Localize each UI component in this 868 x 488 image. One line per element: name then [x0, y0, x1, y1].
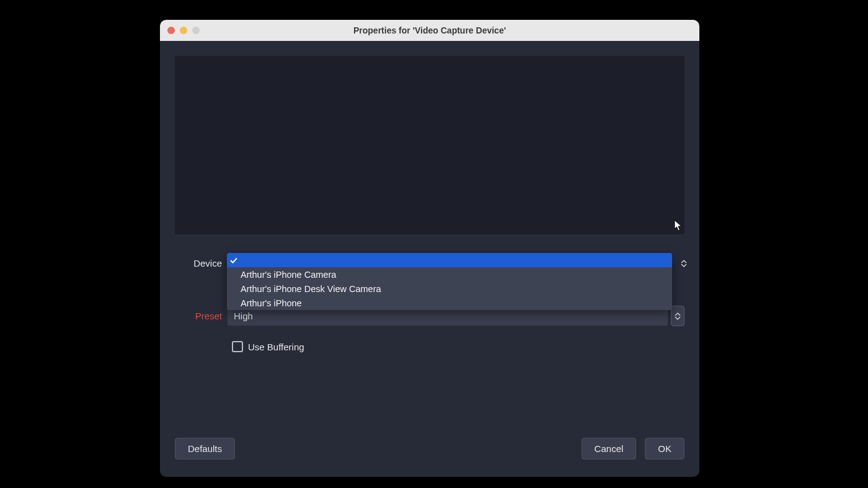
ok-button[interactable]: OK: [645, 438, 684, 459]
titlebar: Properties for 'Video Capture Device': [160, 20, 699, 41]
preset-value: High: [234, 311, 253, 321]
preset-label: Preset: [175, 311, 227, 321]
chevron-down-icon: [675, 316, 681, 320]
dialog-footer: Defaults Cancel OK: [175, 438, 684, 459]
device-option-label: Arthur's iPhone Desk View Camera: [241, 284, 381, 294]
cancel-button[interactable]: Cancel: [582, 438, 637, 459]
device-option-label: Arthur's iPhone Camera: [241, 270, 336, 280]
zoom-window-button: [192, 27, 200, 34]
use-buffering-checkbox[interactable]: [232, 341, 243, 352]
device-option-1[interactable]: Arthur's iPhone Camera: [227, 267, 672, 282]
dialog-body: Device Arthur's iPhone CameraArthur's iP…: [160, 41, 699, 477]
device-option-3[interactable]: Arthur's iPhone: [227, 296, 672, 310]
device-option-label: Arthur's iPhone: [241, 298, 302, 308]
device-row: Device Arthur's iPhone CameraArthur's iP…: [175, 253, 684, 273]
close-window-button[interactable]: [167, 27, 175, 34]
device-option-2[interactable]: Arthur's iPhone Desk View Camera: [227, 282, 672, 296]
use-buffering-label: Use Buffering: [248, 342, 304, 352]
defaults-button[interactable]: Defaults: [175, 438, 235, 459]
form: Device Arthur's iPhone CameraArthur's iP…: [175, 253, 684, 352]
use-buffering-row: Use Buffering: [232, 341, 684, 352]
window-title: Properties for 'Video Capture Device': [353, 25, 506, 35]
window-controls: [167, 27, 200, 34]
preset-stepper[interactable]: [671, 306, 684, 326]
minimize-window-button[interactable]: [180, 27, 187, 34]
device-label: Device: [175, 258, 227, 268]
properties-dialog: Properties for 'Video Capture Device' De…: [160, 20, 699, 477]
check-icon: [229, 256, 238, 265]
video-preview: [175, 56, 684, 234]
device-dropdown[interactable]: Arthur's iPhone CameraArthur's iPhone De…: [227, 253, 672, 310]
device-option-0[interactable]: [227, 253, 672, 267]
select-chevron-icon[interactable]: [678, 257, 689, 270]
